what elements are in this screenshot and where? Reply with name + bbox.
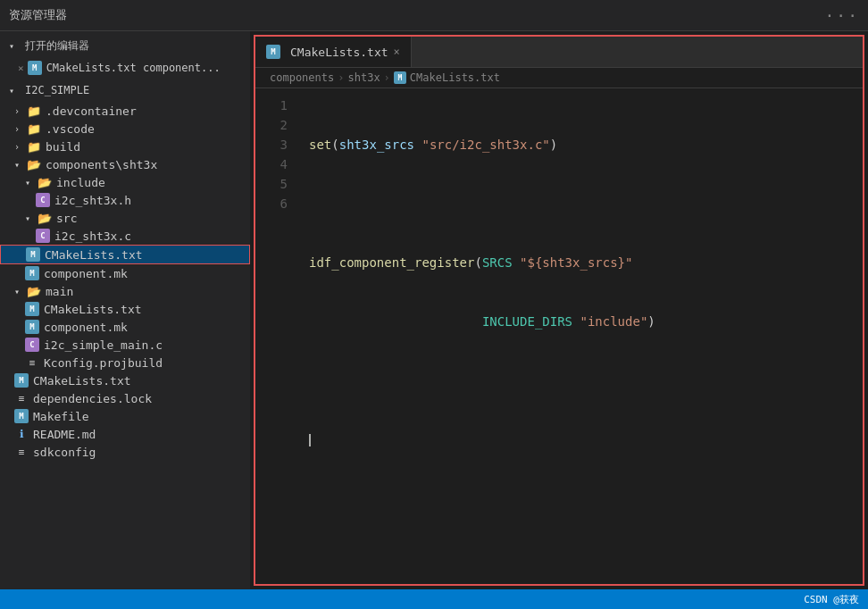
m-icon-component-mk-main: M [25,320,39,334]
sidebar: 打开的编辑器 × M CMakeLists.txt component... I… [0,31,250,589]
m-icon-cmakelists-main: M [25,302,39,316]
bottom-bar: CSDN @获夜 [0,589,868,609]
close-tab-icon[interactable]: × [18,63,24,74]
root-label: I2C_SIMPLE [25,84,89,96]
code-line-4: INCLUDE_DIRS "include") [309,312,863,331]
sidebar-label-cmakelists-root: CMakeLists.txt [33,374,131,388]
tab-close-icon[interactable]: × [394,46,400,58]
sidebar-label-makefile: Makefile [33,410,89,423]
sidebar-label-i2c-sht3x-h: i2c_sht3x.h [54,194,131,207]
sidebar-label-kconfig: Kconfig.projbuild [44,356,163,370]
breadcrumb-sep-1: › [338,71,344,84]
eq-icon-kconfig: ≡ [25,355,39,370]
sidebar-label-main: main [46,285,73,298]
sidebar-item-dependencies[interactable]: ≡ dependencies.lock [0,389,250,407]
open-file-tab[interactable]: × M CMakeLists.txt component... [0,59,250,77]
sidebar-label-components: components\sht3x [46,158,157,171]
sidebar-label-i2c-sht3x-c: i2c_sht3x.c [54,229,131,243]
chevron-src [25,213,38,223]
eq-icon-sdkconfig: ≡ [14,445,29,459]
sidebar-item-cmakelists-sht3x[interactable]: M CMakeLists.txt [0,245,250,264]
sidebar-item-kconfig[interactable]: ≡ Kconfig.projbuild [0,354,250,371]
code-line-5 [309,371,863,390]
bottom-bar-text: CSDN @获夜 [804,593,859,606]
sidebar-item-build[interactable]: 📁 build [0,138,250,155]
sidebar-label-cmakelists-main: CMakeLists.txt [44,303,142,316]
sidebar-label-src: src [56,212,77,225]
m-icon-cmakelists-sht3x: M [26,247,40,262]
sidebar-label-i2c-simple-main: i2c_simple_main.c [44,338,163,352]
chevron-devcontainer [14,106,27,116]
folder-icon-components: 📂 [27,157,41,171]
chevron-root [9,86,21,96]
code-line-6 [309,430,863,449]
sidebar-label-devcontainer: .devcontainer [46,104,137,118]
tab-name: CMakeLists.txt [290,46,388,59]
sidebar-label-dependencies: dependencies.lock [33,392,152,405]
breadcrumb-m-icon: M [394,71,406,84]
sidebar-label-component-mk: component.mk [44,267,128,280]
open-file-m-icon: M [28,61,42,75]
open-editors-section: 打开的编辑器 × M CMakeLists.txt component... [0,31,250,79]
chevron-vscode [14,124,27,134]
sidebar-label-cmakelists-sht3x: CMakeLists.txt [45,248,143,262]
c-icon-sht3x-h: C [36,193,50,207]
editor-tab-cmakelists[interactable]: M CMakeLists.txt × [255,37,412,67]
folder-icon-build: 📁 [27,139,41,154]
code-line-1: set(sht3x_srcs "src/i2c_sht3x.c") [309,135,863,154]
open-editors-header[interactable]: 打开的编辑器 [0,33,250,59]
m-icon-component-mk: M [25,266,39,280]
sidebar-label-build: build [46,140,80,154]
open-file-name: CMakeLists.txt component... [46,62,221,74]
more-options-icon[interactable]: ··· [824,6,859,25]
breadcrumb-sep-2: › [384,71,390,84]
chevron-build [14,142,27,152]
c-icon-sht3x-c: C [36,229,50,243]
sidebar-label-component-mk-main: component.mk [44,321,128,334]
editor-area: M CMakeLists.txt × components › sht3x › … [254,35,864,586]
sidebar-item-i2c-simple-main[interactable]: C i2c_simple_main.c [0,336,250,354]
chevron-main [14,287,27,296]
sidebar-item-vscode[interactable]: 📁 .vscode [0,120,250,138]
code-editor[interactable]: set(sht3x_srcs "src/i2c_sht3x.c") idf_co… [298,88,863,584]
sidebar-label-include: include [56,176,105,189]
sidebar-item-cmakelists-root[interactable]: M CMakeLists.txt [0,371,250,389]
tab-m-icon: M [266,45,280,59]
sidebar-label-vscode: .vscode [46,122,95,136]
sidebar-item-makefile[interactable]: M Makefile [0,407,250,425]
chevron-include [25,178,38,188]
sidebar-item-src[interactable]: 📂 src [0,209,250,227]
sidebar-item-readme[interactable]: ℹ README.md [0,425,250,443]
sidebar-item-components-sht3x[interactable]: 📂 components\sht3x [0,155,250,173]
sidebar-item-sdkconfig[interactable]: ≡ sdkconfig [0,443,250,461]
editor-content[interactable]: 1 2 3 4 5 6 set(sht3x_srcs "src/i2c_sht3… [255,88,863,584]
top-bar: 资源管理器 ··· [0,0,868,31]
c-icon-i2c-simple: C [25,338,39,352]
folder-icon-vscode: 📁 [27,121,41,136]
sidebar-item-devcontainer[interactable]: 📁 .devcontainer [0,102,250,120]
sidebar-item-include[interactable]: 📂 include [0,173,250,191]
sidebar-item-main[interactable]: 📂 main [0,282,250,300]
sidebar-item-i2c-sht3x-h[interactable]: C i2c_sht3x.h [0,191,250,209]
root-folder-header[interactable]: I2C_SIMPLE [0,79,250,102]
breadcrumb-components: components [270,71,334,84]
chevron-open-editors [9,41,21,51]
chevron-components [14,160,27,170]
folder-icon-main: 📂 [27,284,41,298]
m-icon-cmakelists-root: M [14,373,29,388]
eq-icon-dependencies: ≡ [14,391,29,405]
folder-icon-include: 📂 [38,175,52,189]
sidebar-item-cmakelists-main[interactable]: M CMakeLists.txt [0,300,250,318]
main-area: 打开的编辑器 × M CMakeLists.txt component... I… [0,31,868,589]
code-line-2 [309,194,863,213]
open-editors-label: 打开的编辑器 [25,38,89,54]
m-icon-makefile: M [14,409,29,423]
editor-tabs: M CMakeLists.txt × [255,37,863,68]
sidebar-item-i2c-sht3x-c[interactable]: C i2c_sht3x.c [0,227,250,245]
info-icon-readme: ℹ [14,427,29,441]
line-numbers: 1 2 3 4 5 6 [255,88,298,584]
sidebar-item-component-mk-main[interactable]: M component.mk [0,318,250,336]
sidebar-item-component-mk[interactable]: M component.mk [0,264,250,282]
folder-icon-src: 📂 [38,211,52,225]
breadcrumb-file: CMakeLists.txt [410,71,500,84]
